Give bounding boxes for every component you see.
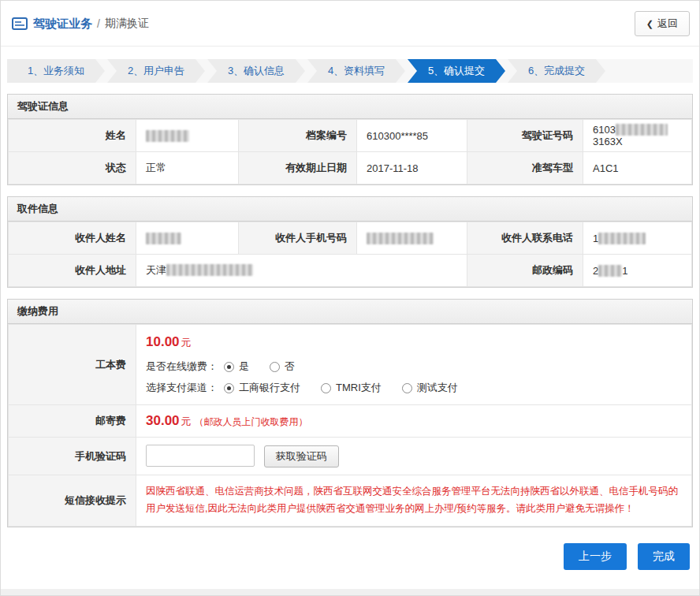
radio-unchecked-icon (270, 362, 280, 372)
captcha-input[interactable] (146, 445, 255, 467)
radio-online-pay-yes[interactable]: 是 (224, 359, 249, 374)
back-button[interactable]: ❮ 返回 (635, 11, 690, 36)
redacted-phone (598, 233, 646, 244)
fee-section-title: 缴纳费用 (8, 300, 692, 324)
recipient-phone-label: 收件人联系电话 (467, 222, 583, 255)
step-label: 4、资料填写 (328, 65, 385, 76)
fee-section: 缴纳费用 工本费 10.00元 是否在线缴费： 是 否 (7, 299, 693, 527)
radio-no-label: 否 (285, 359, 295, 374)
channel-icbc-label: 工商银行支付 (239, 381, 300, 395)
postal-code-value: 21 (583, 255, 692, 287)
step-navigation: 1、业务须知 2、用户申告 3、确认信息 4、资料填写 5、确认提交 6、完成提… (7, 59, 693, 83)
license-section-title: 驾驶证信息 (8, 95, 692, 119)
back-button-label: 返回 (657, 17, 678, 31)
postal-suffix: 1 (622, 265, 627, 277)
step-label: 3、确认信息 (228, 65, 285, 76)
license-no-label: 驾驶证号码 (467, 120, 583, 152)
status-value: 正常 (136, 152, 239, 184)
production-fee-unit: 元 (181, 337, 192, 348)
mail-fee-note: （邮政人员上门收取费用） (195, 416, 308, 427)
license-no-suffix: 3163X (593, 136, 623, 147)
previous-step-button[interactable]: 上一步 (564, 543, 627, 570)
radio-channel-tmri[interactable]: TMRI支付 (321, 381, 382, 395)
name-value (136, 120, 239, 152)
expiry-value: 2017-11-18 (357, 152, 467, 184)
redacted-postal (598, 265, 622, 277)
table-row: 状态 正常 有效期止日期 2017-11-18 准驾车型 A1C1 (9, 152, 692, 184)
step-label: 2、用户申告 (128, 65, 184, 76)
table-row: 邮寄费 30.00元（邮政人员上门收取费用） (9, 405, 692, 438)
online-pay-row: 是否在线缴费： 是 否 (146, 359, 682, 374)
step-item[interactable]: 2、用户申告 (107, 59, 205, 83)
radio-checked-icon (224, 362, 234, 372)
redacted-license-no (616, 124, 668, 136)
step-item[interactable]: 1、业务须知 (7, 59, 105, 83)
mail-fee-unit: 元 (181, 415, 192, 427)
breadcrumb-current: 期满换证 (105, 17, 149, 31)
mail-fee-amount: 30.00 (146, 413, 180, 428)
table-row: 短信接收提示 因陕西省联通、电信运营商技术问题，陕西省互联网交通安全综合服务管理… (9, 475, 692, 527)
recipient-address-value: 天津 (136, 255, 467, 287)
production-fee-cell: 10.00元 是否在线缴费： 是 否 选择支付渠道： (136, 325, 692, 405)
expiry-label: 有效期止日期 (239, 152, 357, 184)
redacted-name (146, 130, 189, 142)
radio-channel-icbc[interactable]: 工商银行支付 (224, 381, 300, 395)
radio-online-pay-no[interactable]: 否 (270, 359, 295, 374)
file-no-label: 档案编号 (239, 120, 357, 152)
pay-channel-caption: 选择支付渠道： (146, 381, 218, 395)
vehicle-type-label: 准驾车型 (467, 152, 583, 184)
step-label: 6、完成提交 (528, 65, 585, 76)
step-label: 1、业务须知 (28, 65, 84, 76)
table-row: 手机验证码 获取验证码 (9, 438, 692, 475)
production-fee-label: 工本费 (9, 325, 136, 405)
address-prefix: 天津 (146, 264, 166, 276)
redacted-mobile (367, 233, 434, 244)
recipient-address-label: 收件人地址 (9, 255, 136, 287)
radio-checked-icon (224, 383, 234, 393)
production-fee-amount-line: 10.00元 (146, 334, 682, 350)
production-fee-amount: 10.00 (146, 334, 180, 349)
recipient-name-value (136, 222, 239, 255)
redacted-recipient-name (146, 233, 181, 244)
vehicle-type-value: A1C1 (583, 152, 692, 184)
recipient-phone-value: 1 (583, 222, 692, 255)
sms-tip-cell: 因陕西省联通、电信运营商技术问题，陕西省互联网交通安全综合服务管理平台无法向持陕… (136, 475, 692, 527)
license-no-value: 61033163X (583, 120, 692, 152)
footer-actions: 上一步 完成 (10, 543, 690, 570)
radio-unchecked-icon (321, 383, 331, 393)
channel-test-label: 测试支付 (417, 381, 458, 395)
redacted-address (166, 264, 253, 276)
sms-tip-label: 短信接收提示 (9, 475, 136, 527)
captcha-label: 手机验证码 (9, 438, 136, 475)
step-item[interactable]: 4、资料填写 (307, 59, 405, 83)
radio-unchecked-icon (402, 383, 412, 393)
mail-fee-cell: 30.00元（邮政人员上门收取费用） (136, 405, 692, 438)
recipient-mobile-label: 收件人手机号码 (239, 222, 357, 255)
sms-tip-text: 因陕西省联通、电信运营商技术问题，陕西省互联网交通安全综合服务管理平台无法向持陕… (136, 475, 691, 526)
step-label: 5、确认提交 (428, 65, 485, 76)
step-item[interactable]: 3、确认信息 (207, 59, 305, 83)
finish-button[interactable]: 完成 (638, 543, 690, 570)
license-no-prefix: 6103 (593, 124, 616, 136)
captcha-cell: 获取验证码 (136, 438, 692, 475)
table-row: 收件人地址 天津 邮政编码 21 (9, 255, 692, 287)
postal-code-label: 邮政编码 (467, 255, 583, 287)
radio-channel-test[interactable]: 测试支付 (402, 381, 458, 395)
pickup-section-title: 取件信息 (8, 197, 692, 222)
page-title: 驾驶证业务 (33, 17, 92, 32)
back-chevron-icon: ❮ (646, 19, 653, 29)
get-captcha-button[interactable]: 获取验证码 (264, 445, 339, 467)
channel-tmri-label: TMRI支付 (336, 381, 382, 395)
table-row: 姓名 档案编号 610300****85 驾驶证号码 61033163X (9, 120, 692, 152)
step-item[interactable]: 5、确认提交 (408, 59, 505, 83)
phone-prefix: 1 (593, 233, 598, 244)
online-pay-caption: 是否在线缴费： (146, 359, 218, 374)
license-info-section: 驾驶证信息 姓名 档案编号 610300****85 驾驶证号码 6103316… (7, 94, 693, 185)
recipient-name-label: 收件人姓名 (9, 222, 136, 255)
bottom-strip (1, 589, 699, 595)
step-item[interactable]: 6、完成提交 (508, 59, 605, 83)
pickup-info-section: 取件信息 收件人姓名 收件人手机号码 收件人联系电话 1 收件人地址 天津 邮政… (7, 196, 693, 288)
license-card-icon (12, 17, 28, 30)
name-label: 姓名 (9, 120, 136, 152)
postal-prefix: 2 (593, 265, 598, 277)
